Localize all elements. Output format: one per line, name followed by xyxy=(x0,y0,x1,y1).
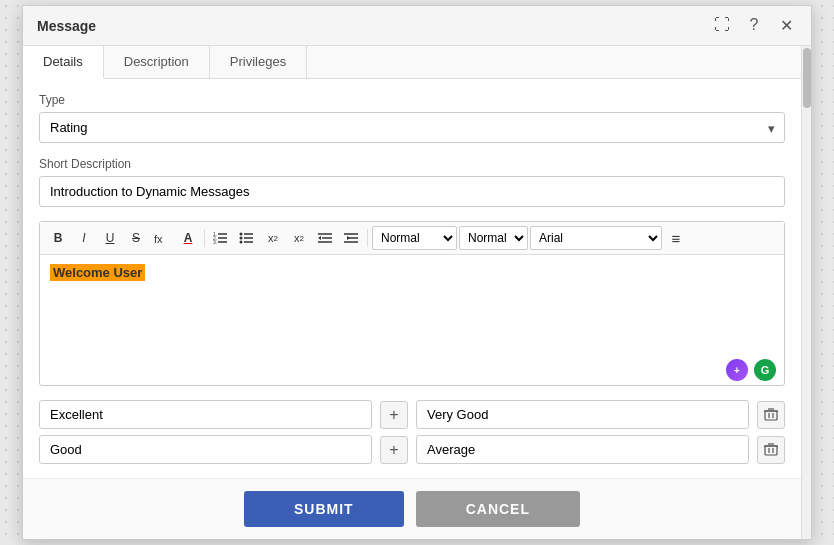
dialog-inner: Details Description Privileges Type Rati… xyxy=(23,46,811,539)
dialog-title: Message xyxy=(37,18,96,34)
rating-row-0: + xyxy=(39,400,785,429)
dialog-main: Details Description Privileges Type Rati… xyxy=(23,46,801,539)
format-select-2[interactable]: Normal Small Large xyxy=(459,226,528,250)
delete-rating-button-1[interactable] xyxy=(757,436,785,464)
align-button[interactable]: ≡ xyxy=(664,226,688,250)
superscript-button[interactable]: x2 xyxy=(287,226,311,250)
toolbar-divider-1 xyxy=(204,229,205,247)
delete-rating-button-0[interactable] xyxy=(757,401,785,429)
grammarly-purple-icon[interactable]: + xyxy=(726,359,748,381)
close-icon[interactable]: ✕ xyxy=(775,16,797,35)
svg-marker-16 xyxy=(318,236,321,240)
editor-container: B I U S fx A 1.2.3. xyxy=(39,221,785,386)
dialog-footer: SUBMIT CANCEL xyxy=(23,478,801,539)
scrollbar-thumb[interactable] xyxy=(803,48,811,108)
type-select-wrapper: Rating ▾ xyxy=(39,112,785,143)
unordered-list-button[interactable] xyxy=(235,226,259,250)
add-rating-button-1[interactable]: + xyxy=(380,436,408,464)
svg-rect-21 xyxy=(765,411,777,420)
font-color-button[interactable]: A xyxy=(176,226,200,250)
rating-input-average[interactable] xyxy=(416,435,749,464)
rating-row-1: + xyxy=(39,435,785,464)
tab-description[interactable]: Description xyxy=(104,46,210,78)
format-select-1[interactable]: Normal Heading 1 Heading 2 xyxy=(372,226,457,250)
indent-less-button[interactable] xyxy=(313,226,337,250)
header-icons: ⛶ ? ✕ xyxy=(711,16,797,35)
font-select[interactable]: Arial Times New Roman Courier xyxy=(530,226,662,250)
svg-rect-26 xyxy=(765,446,777,455)
svg-text:fx: fx xyxy=(154,233,163,245)
svg-point-10 xyxy=(240,233,243,236)
tabs-bar: Details Description Privileges xyxy=(23,46,801,79)
submit-button[interactable]: SUBMIT xyxy=(244,491,404,527)
cancel-button[interactable]: CANCEL xyxy=(416,491,580,527)
svg-marker-20 xyxy=(347,236,350,240)
italic-button[interactable]: I xyxy=(72,226,96,250)
editor-content[interactable]: Welcome User xyxy=(40,255,784,355)
rating-input-very-good[interactable] xyxy=(416,400,749,429)
tab-privileges[interactable]: Privileges xyxy=(210,46,307,78)
bold-button[interactable]: B xyxy=(46,226,70,250)
short-desc-input[interactable] xyxy=(39,176,785,207)
svg-point-12 xyxy=(240,241,243,244)
help-icon[interactable]: ? xyxy=(743,16,765,35)
svg-text:3.: 3. xyxy=(213,239,217,245)
editor-toolbar: B I U S fx A 1.2.3. xyxy=(40,222,784,255)
tab-details[interactable]: Details xyxy=(23,46,104,79)
subscript-button[interactable]: x2 xyxy=(261,226,285,250)
dialog-header: Message ⛶ ? ✕ xyxy=(23,6,811,46)
expand-icon[interactable]: ⛶ xyxy=(711,16,733,35)
message-dialog: Message ⛶ ? ✕ Details Description Privil… xyxy=(22,5,812,540)
indent-more-button[interactable] xyxy=(339,226,363,250)
toolbar-divider-2 xyxy=(367,229,368,247)
strikethrough-button[interactable]: S xyxy=(124,226,148,250)
scrollbar[interactable] xyxy=(801,46,811,539)
editor-bottom: + G xyxy=(40,355,784,385)
add-rating-button-0[interactable]: + xyxy=(380,401,408,429)
type-select[interactable]: Rating xyxy=(39,112,785,143)
ordered-list-button[interactable]: 1.2.3. xyxy=(209,226,233,250)
clear-format-button[interactable]: fx xyxy=(150,226,174,250)
dialog-body: Type Rating ▾ Short Description B I U S xyxy=(23,79,801,478)
rating-input-good[interactable] xyxy=(39,435,372,464)
rating-rows: + + xyxy=(39,400,785,464)
grammarly-green-icon[interactable]: G xyxy=(754,359,776,381)
type-label: Type xyxy=(39,93,785,107)
underline-button[interactable]: U xyxy=(98,226,122,250)
rating-input-excellent[interactable] xyxy=(39,400,372,429)
welcome-user-text: Welcome User xyxy=(50,264,145,281)
svg-point-11 xyxy=(240,237,243,240)
short-desc-label: Short Description xyxy=(39,157,785,171)
